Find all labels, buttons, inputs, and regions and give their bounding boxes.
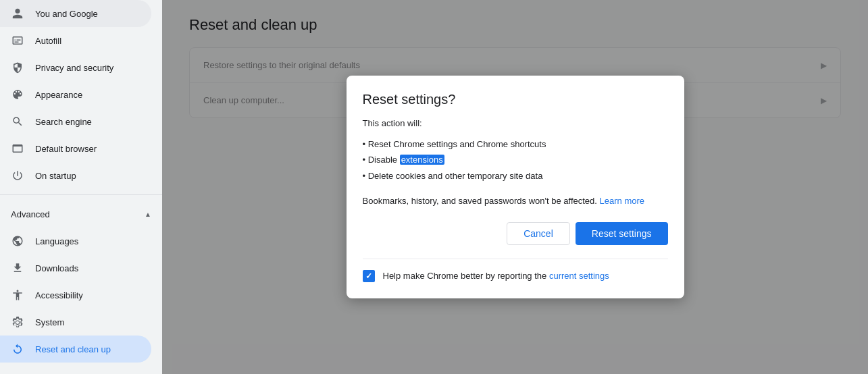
sidebar-item-label-system: System <box>35 317 64 327</box>
dialog-note: Bookmarks, history, and saved passwords … <box>363 194 668 209</box>
sidebar-item-on-startup[interactable]: On startup <box>0 162 151 189</box>
sidebar-item-label-privacy: Privacy and security <box>35 63 113 73</box>
sidebar-item-label-default-browser: Default browser <box>35 144 97 154</box>
main-content: Reset and clean up Restore settings to t… <box>162 0 868 374</box>
system-icon <box>11 315 24 329</box>
power-icon <box>11 169 24 182</box>
reset-icon <box>11 342 24 356</box>
sidebar-item-appearance[interactable]: Appearance <box>0 81 151 108</box>
checkbox-label: Help make Chrome better by reporting the… <box>383 271 609 281</box>
reset-settings-button[interactable]: Reset settings <box>576 222 668 245</box>
sidebar: You and Google Autofill Privacy and secu… <box>0 0 162 374</box>
sidebar-item-languages[interactable]: Languages <box>0 228 151 255</box>
sidebar-item-reset-cleanup[interactable]: Reset and clean up <box>0 336 151 363</box>
dialog-note-text: Bookmarks, history, and saved passwords … <box>363 196 600 206</box>
learn-more-link[interactable]: Learn more <box>600 196 644 206</box>
checkbox-label-prefix: Help make Chrome better by reporting the <box>383 271 549 281</box>
person-icon <box>11 7 24 20</box>
report-checkbox[interactable] <box>363 270 375 282</box>
sidebar-item-label-autofill: Autofill <box>35 36 61 46</box>
dialog-list-item-2: • Disable extensions <box>363 152 668 167</box>
sidebar-item-default-browser[interactable]: Default browser <box>0 135 151 162</box>
sidebar-item-label-you-and-google: You and Google <box>35 9 98 19</box>
download-icon <box>11 261 24 275</box>
extensions-highlight: extensions <box>400 155 444 165</box>
sidebar-advanced-header[interactable]: Advanced ▲ <box>0 201 162 228</box>
dialog-title: Reset settings? <box>363 92 668 107</box>
sidebar-item-autofill[interactable]: Autofill <box>0 27 151 54</box>
reset-dialog: Reset settings? This action will: • Rese… <box>347 76 684 298</box>
sidebar-item-system[interactable]: System <box>0 309 151 336</box>
sidebar-item-label-accessibility: Accessibility <box>35 290 83 300</box>
sidebar-item-accessibility[interactable]: Accessibility <box>0 282 151 309</box>
autofill-icon <box>11 34 24 47</box>
sidebar-item-label-search: Search engine <box>35 117 92 127</box>
browser-icon <box>11 142 24 155</box>
dialog-footer: Help make Chrome better by reporting the… <box>363 259 668 282</box>
dialog-list-item-3: • Delete cookies and other temporary sit… <box>363 168 668 184</box>
sidebar-divider <box>0 194 162 195</box>
current-settings-link[interactable]: current settings <box>549 271 609 281</box>
sidebar-item-you-and-google[interactable]: You and Google <box>0 0 151 27</box>
sidebar-item-privacy-security[interactable]: Privacy and security <box>0 54 151 81</box>
sidebar-item-label-languages: Languages <box>35 236 78 246</box>
globe-icon <box>11 234 24 248</box>
sidebar-item-search-engine[interactable]: Search engine <box>0 108 151 135</box>
sidebar-item-label-startup: On startup <box>35 171 76 181</box>
chevron-up-icon: ▲ <box>145 211 151 218</box>
search-icon <box>11 115 24 128</box>
advanced-label: Advanced <box>11 209 50 219</box>
modal-overlay: Reset settings? This action will: • Rese… <box>162 0 868 374</box>
sidebar-item-label-appearance: Appearance <box>35 90 82 100</box>
sidebar-item-label-reset: Reset and clean up <box>35 344 111 354</box>
shield-icon <box>11 61 24 74</box>
dialog-subtitle: This action will: <box>363 118 668 128</box>
sidebar-item-label-downloads: Downloads <box>35 263 78 273</box>
dialog-actions: Cancel Reset settings <box>363 222 668 245</box>
cancel-button[interactable]: Cancel <box>507 222 570 245</box>
sidebar-item-downloads[interactable]: Downloads <box>0 255 151 282</box>
dialog-list: • Reset Chrome settings and Chrome short… <box>363 136 668 184</box>
dialog-list-item-1: • Reset Chrome settings and Chrome short… <box>363 136 668 152</box>
palette-icon <box>11 88 24 101</box>
accessibility-icon <box>11 288 24 302</box>
